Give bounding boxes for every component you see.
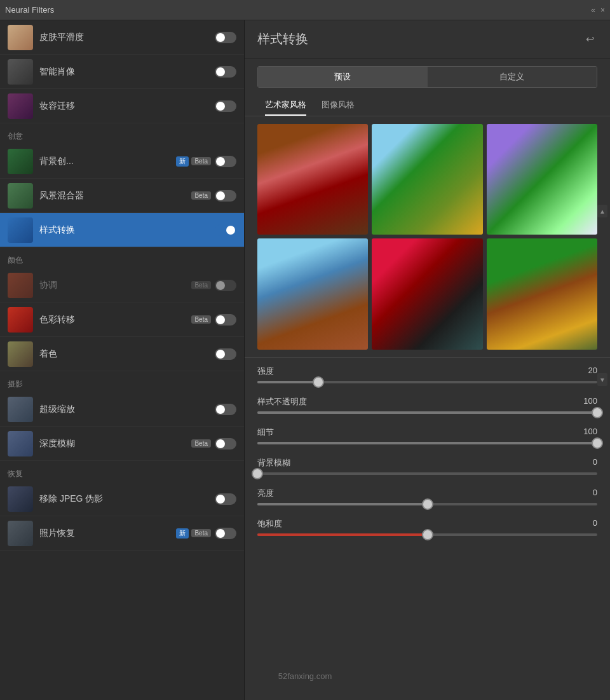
filter-thumb-harmony [8, 273, 33, 298]
filter-thumb-depthblur [8, 431, 33, 456]
slider-row-0: 强度20 [257, 366, 597, 383]
slider-header-1: 样式不透明度100 [257, 396, 597, 408]
filter-thumb-tint [8, 341, 33, 367]
toggle-color[interactable] [215, 314, 236, 326]
slider-thumb-0[interactable] [313, 376, 324, 388]
preset-tab-0[interactable]: 预设 [258, 67, 428, 87]
divider [245, 357, 610, 358]
badge-Beta-depthblur: Beta [191, 439, 211, 448]
minimize-button[interactable]: « [591, 6, 595, 15]
art-img-4 [372, 238, 482, 349]
close-button[interactable]: × [600, 6, 605, 15]
slider-track-2[interactable] [257, 442, 597, 444]
slider-header-2: 细节100 [257, 427, 597, 438]
filter-thumb-makeup [8, 93, 33, 119]
slider-track-3[interactable] [257, 472, 597, 475]
slider-track-1[interactable] [257, 411, 597, 414]
filter-item-photorestore[interactable]: 照片恢复新Beta [0, 516, 244, 551]
slider-value-2: 100 [583, 427, 597, 438]
style-tab-1[interactable]: 图像风格 [314, 95, 362, 116]
filter-thumb-color [8, 307, 33, 333]
art-style-1[interactable] [372, 124, 482, 235]
filter-name-photorestore: 照片恢复 [39, 528, 176, 539]
filter-thumb-removejpeg [8, 486, 33, 512]
art-img-3 [257, 238, 368, 349]
toggle-photorestore[interactable] [215, 528, 236, 539]
filter-name-bg: 背景创... [39, 156, 176, 167]
slider-value-0: 20 [588, 366, 597, 377]
toggle-makeup[interactable] [215, 100, 236, 112]
section-label-摄影: 摄影 [0, 371, 244, 392]
slider-label-1: 样式不透明度 [257, 396, 307, 408]
slider-header-0: 强度20 [257, 366, 597, 377]
toggle-zoom[interactable] [215, 404, 236, 415]
filter-item-removejpeg[interactable]: 移除 JPEG 伪影 [0, 482, 244, 516]
toggle-removejpeg[interactable] [215, 493, 236, 505]
slider-thumb-1[interactable] [592, 407, 603, 418]
style-tab-0[interactable]: 艺术家风格 [257, 95, 314, 116]
filter-name-color: 色彩转移 [39, 314, 191, 326]
slider-row-3: 背景模糊0 [257, 457, 597, 475]
toggle-tint[interactable] [215, 348, 236, 360]
filter-item-depthblur[interactable]: 深度模糊Beta [0, 427, 244, 461]
badge-新-bg: 新 [176, 156, 189, 167]
art-style-4[interactable] [372, 238, 482, 349]
toggle-depthblur[interactable] [215, 438, 236, 450]
app-title: Neural Filters [5, 5, 54, 15]
slider-track-0[interactable] [257, 381, 597, 383]
toggle-style[interactable] [215, 224, 236, 236]
toggle-portrait[interactable] [215, 66, 236, 78]
slider-thumb-5[interactable] [422, 529, 433, 540]
section-label-颜色: 颜色 [0, 247, 244, 268]
left-panel: 皮肤平滑度智能肖像妆容迁移创意背景创...新Beta风景混合器Beta样式转换颜… [0, 20, 245, 700]
window-controls[interactable]: « × [591, 6, 605, 15]
filter-item-makeup[interactable]: 妆容迁移 [0, 89, 244, 123]
slider-header-5: 饱和度0 [257, 518, 597, 530]
art-style-2[interactable] [487, 124, 597, 235]
filter-thumb-skin [8, 25, 33, 50]
toggle-harmony[interactable] [215, 280, 236, 291]
art-style-3[interactable] [257, 238, 368, 349]
filter-item-portrait[interactable]: 智能肖像 [0, 55, 244, 89]
filter-item-harmony[interactable]: 协调Beta [0, 268, 244, 303]
scroll-down-arrow[interactable]: ▼ [597, 373, 607, 386]
filter-item-skin[interactable]: 皮肤平滑度 [0, 20, 244, 55]
filter-thumb-zoom [8, 397, 33, 422]
badge-Beta-landscape: Beta [191, 191, 211, 200]
slider-label-5: 饱和度 [257, 518, 282, 530]
filter-name-makeup: 妆容迁移 [39, 100, 215, 112]
slider-thumb-4[interactable] [422, 498, 433, 510]
slider-label-2: 细节 [257, 427, 274, 438]
section-label-恢复: 恢复 [0, 461, 244, 482]
toggle-bg[interactable] [215, 156, 236, 167]
undo-button[interactable]: ↩ [582, 33, 597, 46]
badge-Beta-photorestore: Beta [191, 529, 211, 537]
right-header: 样式转换 ↩ [245, 20, 610, 58]
filter-item-tint[interactable]: 着色 [0, 337, 244, 371]
slider-thumb-2[interactable] [592, 437, 603, 449]
badge-Beta-color: Beta [191, 315, 211, 324]
badge-Beta-bg: Beta [191, 157, 211, 165]
preset-tab-1[interactable]: 自定义 [428, 67, 597, 87]
filter-name-harmony: 协调 [39, 280, 191, 291]
art-img-0 [257, 124, 368, 235]
filter-item-bg[interactable]: 背景创...新Beta [0, 144, 244, 179]
art-style-5[interactable] [487, 238, 597, 349]
filter-item-zoom[interactable]: 超级缩放 [0, 392, 244, 427]
filter-name-zoom: 超级缩放 [39, 404, 215, 415]
filter-item-landscape[interactable]: 风景混合器Beta [0, 179, 244, 213]
filter-name-landscape: 风景混合器 [39, 190, 191, 202]
slider-track-5[interactable] [257, 533, 597, 536]
art-img-1 [372, 124, 482, 235]
slider-track-4[interactable] [257, 503, 597, 505]
slider-fill-1 [257, 411, 597, 414]
slider-header-3: 背景模糊0 [257, 457, 597, 469]
slider-thumb-3[interactable] [252, 468, 263, 479]
filter-item-color[interactable]: 色彩转移Beta [0, 303, 244, 337]
slider-value-3: 0 [593, 457, 597, 469]
slider-row-5: 饱和度0 [257, 518, 597, 536]
art-style-0[interactable] [257, 124, 368, 235]
toggle-skin[interactable] [215, 32, 236, 43]
filter-item-style[interactable]: 样式转换 [0, 213, 244, 247]
toggle-landscape[interactable] [215, 190, 236, 202]
